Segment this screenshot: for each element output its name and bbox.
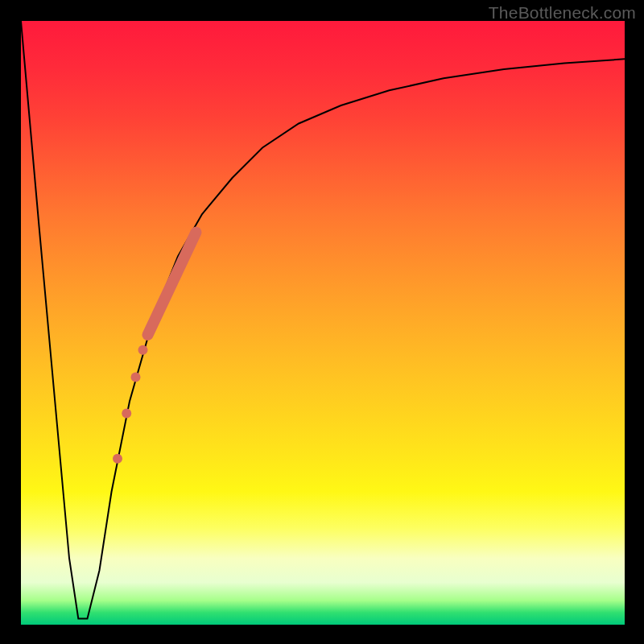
marker-dot: [122, 409, 131, 419]
plot-area: [21, 21, 625, 625]
markers-layer: [113, 233, 196, 464]
chart-svg: [21, 21, 625, 625]
marker-dot: [138, 345, 148, 355]
marker-dot: [113, 454, 122, 464]
watermark-text: TheBottleneck.com: [489, 3, 636, 23]
bottleneck-curve: [21, 21, 625, 619]
marker-dot: [131, 373, 141, 382]
curve-layer: [21, 21, 625, 619]
marker-thick-segment: [148, 233, 196, 336]
chart-container: TheBottleneck.com: [0, 0, 644, 644]
